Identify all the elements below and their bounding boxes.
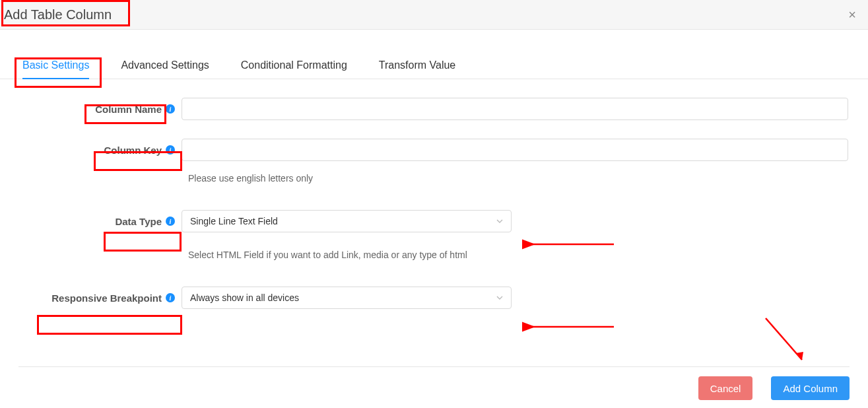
data-type-value: Single Line Text Field — [190, 216, 278, 226]
label-data-type: Data Type — [115, 216, 162, 227]
column-name-input[interactable] — [182, 98, 848, 120]
annotation-box — [37, 315, 182, 335]
info-icon[interactable]: i — [166, 145, 175, 154]
data-type-select[interactable]: Single Line Text Field — [182, 210, 512, 232]
label-responsive: Responsive Breakpoint — [51, 292, 162, 304]
annotation-arrow — [762, 315, 815, 370]
tab-advanced-settings[interactable]: Advanced Settings — [121, 59, 209, 79]
row-responsive: Responsive Breakpoint i Always show in a… — [0, 287, 868, 309]
chevron-down-icon — [496, 218, 503, 224]
helper-data-type: Select HTML Field if you want to add Lin… — [188, 250, 868, 260]
tab-transform-value[interactable]: Transform Value — [379, 59, 455, 79]
info-icon[interactable]: i — [166, 104, 175, 114]
modal-title: Add Table Column — [0, 7, 112, 22]
close-icon[interactable]: × — [848, 8, 856, 21]
modal-footer: Cancel Add Column — [18, 366, 850, 400]
info-icon[interactable]: i — [166, 293, 175, 302]
annotation-box — [104, 232, 182, 252]
row-data-type: Data Type i Single Line Text Field — [0, 210, 868, 232]
row-column-key: Column Key i — [0, 139, 868, 161]
add-column-button[interactable]: Add Column — [771, 376, 850, 400]
column-key-input[interactable] — [182, 139, 848, 161]
row-column-name: Column Name i — [0, 98, 868, 120]
cancel-button[interactable]: Cancel — [698, 376, 753, 400]
responsive-select[interactable]: Always show in all devices — [182, 287, 512, 309]
helper-column-key: Please use english letters only — [188, 173, 868, 184]
annotation-arrow — [528, 322, 617, 335]
tabs: Basic Settings Advanced Settings Conditi… — [0, 59, 868, 79]
svg-line-2 — [766, 318, 802, 360]
label-column-name: Column Name — [95, 104, 162, 115]
responsive-value: Always show in all devices — [190, 292, 299, 303]
chevron-down-icon — [496, 294, 503, 301]
label-column-key: Column Key — [104, 145, 162, 156]
tab-basic-settings[interactable]: Basic Settings — [22, 59, 89, 79]
tab-conditional-formatting[interactable]: Conditional Formatting — [241, 59, 347, 79]
info-icon[interactable]: i — [166, 217, 175, 226]
modal-header: Add Table Column × — [0, 0, 868, 30]
